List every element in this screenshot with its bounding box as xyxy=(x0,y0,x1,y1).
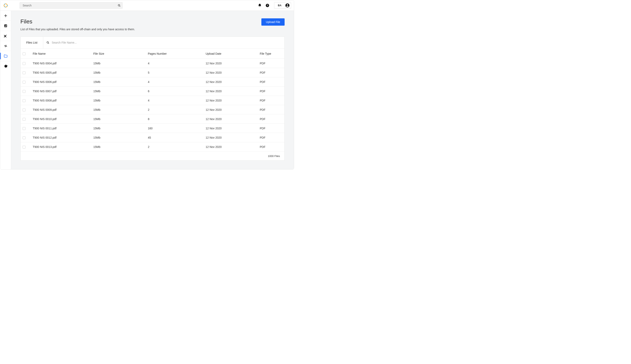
file-search[interactable] xyxy=(43,37,284,48)
sidebar-item-dashboard[interactable] xyxy=(0,21,11,31)
cell-date: 12 Nov 2020 xyxy=(204,68,258,77)
page-description: List of Files that you uploaded. Files a… xyxy=(21,28,261,31)
cell-size: 15Mb xyxy=(91,114,146,124)
table-footer-count: 1000 Files xyxy=(268,154,280,158)
cell-pages: 2 xyxy=(146,142,204,152)
row-checkbox[interactable] xyxy=(23,108,26,112)
col-header-size[interactable]: File Size xyxy=(91,49,146,59)
upload-file-button[interactable]: Upload File xyxy=(261,18,284,26)
cell-type: PDF xyxy=(258,124,284,133)
col-header-pages[interactable]: Pages Number xyxy=(146,49,204,59)
logo-icon xyxy=(4,3,8,8)
search-icon xyxy=(118,4,121,7)
account-menu[interactable]: BA xyxy=(274,2,291,9)
table-header-row: File Name File Size Pages Number Upload … xyxy=(21,49,284,59)
cell-size: 15Mb xyxy=(91,124,146,133)
cell-date: 12 Nov 2020 xyxy=(204,77,258,86)
cell-date: 12 Nov 2020 xyxy=(204,133,258,142)
row-checkbox[interactable] xyxy=(23,127,26,130)
cell-date: 12 Nov 2020 xyxy=(204,86,258,96)
row-checkbox[interactable] xyxy=(23,72,26,74)
global-search[interactable] xyxy=(20,2,123,9)
logo[interactable] xyxy=(0,0,11,10)
cell-name: T900 NIS 0005.pdf xyxy=(31,68,91,77)
account-avatar-icon xyxy=(285,3,290,8)
col-header-name[interactable]: File Name xyxy=(31,49,91,59)
table-row[interactable]: T900 NIS 0008.pdf15Mb412 Nov 2020PDF xyxy=(21,96,284,105)
sidebar-item-add[interactable] xyxy=(0,11,11,21)
cell-pages: 6 xyxy=(146,86,204,96)
cell-date: 12 Nov 2020 xyxy=(204,124,258,133)
bell-icon xyxy=(258,4,262,8)
table-row[interactable]: T900 NIS 0006.pdf15Mb412 Nov 2020PDF xyxy=(21,77,284,86)
cell-name: T900 NIS 0011.pdf xyxy=(31,124,91,133)
cell-type: PDF xyxy=(258,96,284,105)
select-all-checkbox[interactable] xyxy=(23,52,26,55)
cell-name: T900 NIS 0013.pdf xyxy=(31,142,91,152)
row-checkbox[interactable] xyxy=(23,136,26,139)
cell-name: T900 NIS 0004.pdf xyxy=(31,59,91,68)
cell-date: 12 Nov 2020 xyxy=(204,105,258,114)
row-checkbox[interactable] xyxy=(23,118,26,121)
cell-pages: 4 xyxy=(146,77,204,86)
cell-name: T900 NIS 0006.pdf xyxy=(31,77,91,86)
table-row[interactable]: T900 NIS 0010.pdf15Mb812 Nov 2020PDF xyxy=(21,114,284,124)
table-row[interactable]: T900 NIS 0012.pdf15Mb4512 Nov 2020PDF xyxy=(21,133,284,142)
page-title: Files xyxy=(21,18,261,25)
files-table: File Name File Size Pages Number Upload … xyxy=(21,48,284,152)
svg-line-3 xyxy=(120,6,120,6)
table-row[interactable]: T900 NIS 0004.pdf15Mb412 Nov 2020PDF xyxy=(21,59,284,68)
row-checkbox[interactable] xyxy=(23,99,26,102)
cell-name: T900 NIS 0010.pdf xyxy=(31,114,91,124)
cell-type: PDF xyxy=(258,77,284,86)
cell-name: T900 NIS 0012.pdf xyxy=(31,133,91,142)
table-footer: 1000 Files xyxy=(21,152,284,160)
row-checkbox[interactable] xyxy=(23,146,26,148)
cell-date: 12 Nov 2020 xyxy=(204,142,258,152)
cell-name: T900 NIS 0008.pdf xyxy=(31,96,91,105)
cell-pages: 5 xyxy=(146,68,204,77)
cell-size: 15Mb xyxy=(91,59,146,68)
row-checkbox[interactable] xyxy=(23,81,26,84)
table-row[interactable]: T900 NIS 0011.pdf15Mb16012 Nov 2020PDF xyxy=(21,124,284,133)
cell-size: 15Mb xyxy=(91,96,146,105)
airplane-icon xyxy=(4,34,8,38)
svg-point-14 xyxy=(47,42,49,43)
cell-size: 15Mb xyxy=(91,77,146,86)
help-button[interactable]: ? xyxy=(264,2,270,8)
col-header-type[interactable]: File Type xyxy=(258,49,284,59)
table-row[interactable]: T900 NIS 0013.pdf15Mb212 Nov 2020PDF xyxy=(21,142,284,152)
notifications-button[interactable] xyxy=(257,2,263,8)
help-icon: ? xyxy=(265,4,269,8)
plus-icon xyxy=(4,14,8,18)
svg-text:?: ? xyxy=(267,4,268,7)
cell-name: T900 NIS 0007.pdf xyxy=(31,86,91,96)
table-row[interactable]: T900 NIS 0005.pdf15Mb512 Nov 2020PDF xyxy=(21,68,284,77)
cell-type: PDF xyxy=(258,142,284,152)
file-search-input[interactable] xyxy=(51,40,282,46)
tab-files-list[interactable]: Files List xyxy=(21,37,43,48)
cell-date: 12 Nov 2020 xyxy=(204,59,258,68)
sidebar-item-settings[interactable] xyxy=(0,61,11,71)
svg-rect-11 xyxy=(5,26,5,27)
global-search-input[interactable] xyxy=(23,4,118,7)
cell-type: PDF xyxy=(258,86,284,96)
table-row[interactable]: T900 NIS 0007.pdf15Mb612 Nov 2020PDF xyxy=(21,86,284,96)
col-header-date[interactable]: Upload Date xyxy=(204,49,258,59)
sidebar-item-files[interactable] xyxy=(0,51,11,61)
cell-date: 12 Nov 2020 xyxy=(204,96,258,105)
sidebar-item-flights[interactable] xyxy=(0,31,11,41)
cell-date: 12 Nov 2020 xyxy=(204,114,258,124)
cell-type: PDF xyxy=(258,105,284,114)
svg-point-7 xyxy=(287,4,288,6)
row-checkbox[interactable] xyxy=(23,62,26,65)
cell-size: 15Mb xyxy=(91,133,146,142)
table-row[interactable]: T900 NIS 0009.pdf15Mb212 Nov 2020PDF xyxy=(21,105,284,114)
svg-rect-13 xyxy=(6,25,7,26)
svg-rect-12 xyxy=(6,25,6,27)
sidebar xyxy=(0,11,11,169)
cell-type: PDF xyxy=(258,114,284,124)
sidebar-item-transfers[interactable] xyxy=(0,41,11,51)
cell-size: 15Mb xyxy=(91,142,146,152)
row-checkbox[interactable] xyxy=(23,90,26,93)
